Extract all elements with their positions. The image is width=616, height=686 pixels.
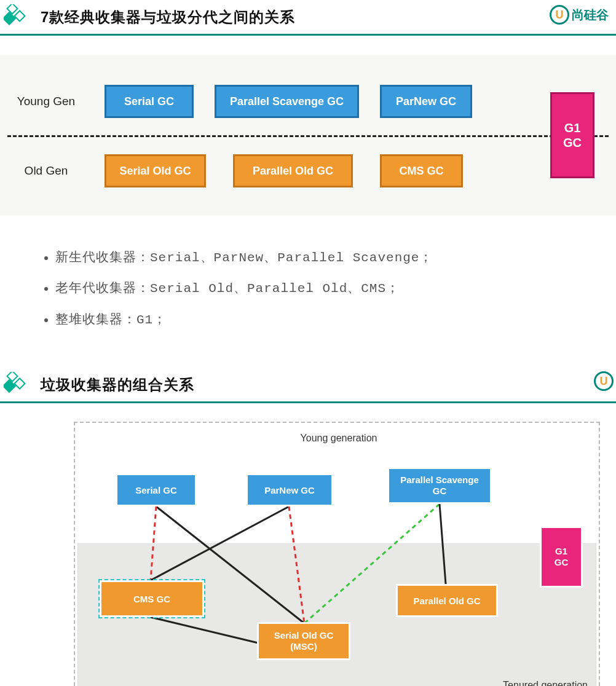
gc-node-parnew: ParNew GC [246,473,333,507]
bullet-item: 整堆收集器：G1； [55,305,573,336]
svg-rect-5 [4,380,15,392]
diamond-icon [4,4,30,30]
gc-node-serialold: Serial Old GC(MSC) [257,622,350,660]
gc-box: CMS GC [380,154,463,187]
slide2-title: 垃圾收集器的组合关系 [41,375,194,395]
gc-box: Serial Old GC [105,154,206,187]
svg-line-11 [440,504,446,584]
slide-1-gc-generations: 7款经典收集器与垃圾分代之间的关系 U 尚硅谷 Young Gen Serial… [0,0,616,354]
svg-rect-4 [15,378,25,388]
gc-node-parscav: Parallel ScavengeGC [387,467,492,504]
young-generation-label: Young generation [74,433,604,444]
brand-logo-icon: U [550,5,569,25]
g1-gc-box: G1 GC [550,92,594,178]
svg-line-7 [151,507,156,580]
slide2-header: 垃圾收集器的组合关系 U [0,368,616,403]
svg-line-12 [151,617,258,643]
old-gen-label: Old Gen [0,164,92,178]
combination-diagram: Young generation Tenured generation Seri… [74,422,604,686]
gc-node-g1: G1GC [540,526,583,588]
gc-node-serial: Serial GC [116,473,197,507]
old-gen-row: Old Gen Serial Old GCParallel Old GCCMS … [0,137,616,205]
young-gen-label: Young Gen [0,95,92,108]
diamond-icon [4,372,30,398]
young-boxes-container: Serial GCParallel Scavenge GCParNew GC [105,85,472,118]
bullet-item: 新生代收集器：Serial、ParNew、Parallel Scavenge； [55,243,573,274]
slide1-title: 7款经典收集器与垃圾分代之间的关系 [41,7,295,27]
svg-line-9 [289,507,304,623]
gc-node-cms: CMS GC [100,580,204,617]
gc-box: ParNew GC [380,85,472,118]
tenured-generation-label: Tenured generation [503,680,588,686]
young-gen-row: Young Gen Serial GCParallel Scavenge GCP… [0,68,616,135]
slide1-header: 7款经典收集器与垃圾分代之间的关系 U 尚硅谷 [0,0,616,36]
gc-box: Parallel Old GC [233,154,353,187]
gc-box: Serial GC [105,85,194,118]
bullet-list: 新生代收集器：Serial、ParNew、Parallel Scavenge；老… [0,215,616,354]
svg-rect-2 [4,12,15,25]
old-boxes-container: Serial Old GCParallel Old GCCMS GC [105,154,463,187]
brand-badge-partial: U [594,371,616,391]
gc-node-parold: Parallel Old GC [396,584,498,617]
bullet-item: 老年代收集器：Serial Old、Parallel Old、CMS； [55,274,573,304]
slide-2-gc-combinations: 垃圾收集器的组合关系 U Young generation Tenured ge… [0,368,616,686]
brand-logo-icon: U [594,371,614,391]
brand-text: 尚硅谷 [572,7,609,23]
gc-box: Parallel Scavenge GC [215,85,359,118]
svg-rect-1 [15,10,25,21]
generation-area: Young Gen Serial GCParallel Scavenge GCP… [0,55,616,215]
brand-badge: U 尚硅谷 [550,5,609,25]
